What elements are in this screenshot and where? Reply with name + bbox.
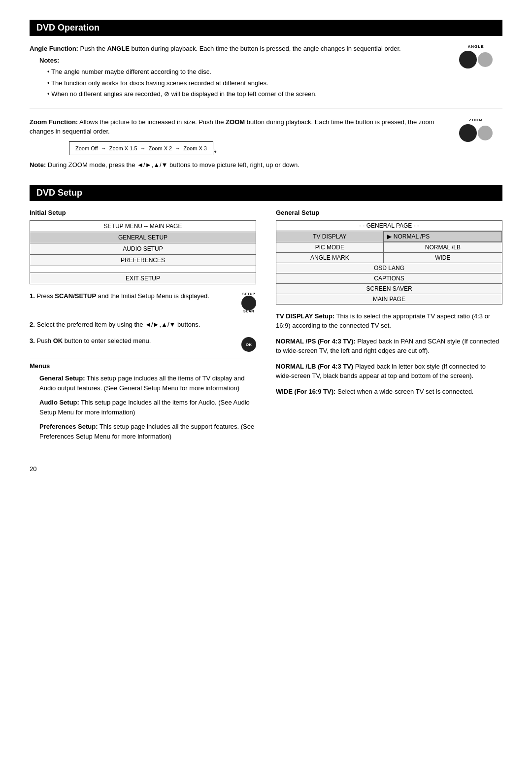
bullet-item: The function only works for discs having… [47, 78, 443, 88]
tv-display-value: ▶ NORMAL /PS [384, 231, 502, 242]
bullet-item: The angle number maybe different accordi… [47, 67, 443, 77]
dvd-operation-header: DVD Operation [30, 20, 502, 36]
zoom-diagram: Zoom Off → Zoom X 1.5 → Zoom X 2 → Zoom … [69, 141, 443, 156]
captions-cell: CAPTIONS [276, 273, 502, 283]
normal-lb-desc: NORMAL /LB (For 4:3 TV) Played back in l… [276, 362, 502, 381]
table-row: PREFERENCES [30, 254, 256, 266]
step-2-number: 2. [30, 321, 35, 328]
zoom-arrow-2: → [140, 144, 146, 153]
table-row: CAPTIONS [276, 273, 502, 283]
angle-icon-label: ANGLE [468, 44, 484, 50]
tv-display-cell: TV DISPLAY [276, 231, 384, 242]
step-1-bold: SCAN/SETUP [55, 292, 96, 300]
page-footer: 20 [30, 461, 502, 473]
bullet-item: When no different angles are recorded, ⊘… [47, 89, 443, 99]
dvd-setup-header: DVD Setup [30, 185, 502, 201]
angle-mark-value: WIDE [383, 252, 502, 263]
step-2-content: Select the preferred item by using the ◄… [36, 321, 200, 328]
zoom-arrow-1: → [101, 144, 106, 153]
angle-mark-cell: ANGLE MARK [276, 252, 384, 263]
table-row [30, 266, 256, 273]
pic-mode-cell: PIC MODE [276, 242, 384, 252]
menu-audio-setup: AUDIO SETUP [30, 243, 256, 254]
setup-columns: Initial Setup SETUP MENU -- MAIN PAGE GE… [30, 209, 502, 446]
initial-setup-label: Initial Setup [30, 209, 256, 216]
zoom-button-icon: ZOOM [459, 117, 493, 142]
menu-header: SETUP MENU -- MAIN PAGE [30, 220, 256, 232]
angle-bullets: The angle number maybe different accordi… [30, 67, 443, 99]
table-row: AUDIO SETUP [30, 243, 256, 254]
zoom-dark-btn [459, 124, 477, 142]
step-3-number: 3. [30, 337, 35, 344]
angle-function-text: Angle Function: Push the ANGLE button du… [30, 44, 443, 54]
angle-button-icon: ANGLE [459, 44, 493, 68]
zoom-function-text: Zoom Function: Allows the picture to be … [30, 117, 443, 136]
tv-display-desc: TV DISPLAY Setup: This is to select the … [276, 311, 502, 331]
menus-content: General Setup: This setup page includes … [30, 374, 256, 441]
zoom-function-block: Zoom Function: Allows the picture to be … [30, 117, 502, 170]
dvd-setup-section: DVD Setup Initial Setup SETUP MENU -- MA… [30, 185, 502, 446]
initial-setup-column: Initial Setup SETUP MENU -- MAIN PAGE GE… [30, 209, 256, 446]
numbered-steps: 1. Press SCAN/SETUP and the Initial Setu… [30, 291, 256, 352]
general-setup-desc: General Setup: This setup page includes … [30, 374, 256, 393]
ok-dark-btn: OK [241, 337, 256, 352]
table-row: PIC MODE NORMAL /LB [276, 242, 502, 252]
normal-ps-desc: NORMAL /PS (For 4:3 TV): Played back in … [276, 337, 502, 356]
angle-gray-btn [478, 52, 493, 67]
screen-saver-cell: SCREEN SAVER [276, 283, 502, 294]
general-header: - - GENERAL PAGE - - [276, 220, 502, 231]
menu-exit-setup: EXIT SETUP [30, 273, 256, 284]
zoom-arrow-3: → [175, 144, 180, 153]
table-row: EXIT SETUP [30, 273, 256, 284]
dvd-operation-title: DVD Operation [36, 23, 100, 33]
scan-dark-btn [241, 296, 256, 310]
dvd-setup-title: DVD Setup [36, 188, 82, 198]
zoom-note: Note: During ZOOM mode, press the ◄/►,▲/… [30, 160, 443, 170]
menu-general-setup: GENERAL SETUP [30, 232, 256, 243]
step-3-bold: OK [53, 337, 63, 344]
step-3-text: 3. Push OK button to enter selected menu… [30, 336, 237, 346]
divider-1 [30, 108, 502, 108]
step-2: 2. Select the preferred item by using th… [30, 320, 256, 330]
table-row: TV DISPLAY ▶ NORMAL /PS [276, 231, 502, 242]
general-setup-label: General Setup [276, 209, 502, 216]
table-row: SETUP MENU -- MAIN PAGE [30, 220, 256, 232]
page-number: 20 [30, 465, 36, 473]
zoom-step-3: Zoom X 2 [149, 144, 172, 153]
ok-icon-text: OK [246, 342, 252, 347]
general-setup-column: General Setup - - GENERAL PAGE - - TV DI… [276, 209, 502, 446]
zoom-gray-btn [478, 126, 493, 140]
setup-label: SETUP [242, 292, 255, 296]
step-1: 1. Press SCAN/SETUP and the Initial Setu… [30, 291, 256, 313]
table-row: OSD LANG [276, 263, 502, 273]
zoom-icon-label: ZOOM [469, 117, 483, 123]
table-row: GENERAL SETUP [30, 232, 256, 243]
table-row: ANGLE MARK WIDE [276, 252, 502, 263]
zoom-label: Zoom Function: [30, 118, 78, 126]
osd-lang-cell: OSD LANG [276, 263, 502, 273]
right-descriptions: TV DISPLAY Setup: This is to select the … [276, 311, 502, 397]
pic-mode-value: NORMAL /LB [383, 242, 502, 252]
step-1-number: 1. [30, 292, 35, 300]
zoom-step-4: Zoom X 3 [183, 144, 207, 153]
zoom-step-2: Zoom X 1.5 [109, 144, 137, 153]
general-setup-table: - - GENERAL PAGE - - TV DISPLAY ▶ NORMAL… [276, 220, 502, 305]
table-row: MAIN PAGE [276, 294, 502, 304]
step-2-text: 2. Select the preferred item by using th… [30, 320, 256, 330]
step-3: 3. Push OK button to enter selected menu… [30, 336, 256, 352]
menus-label: Menus [30, 359, 256, 370]
table-row: SCREEN SAVER [276, 283, 502, 294]
preferences-setup-desc: Preferences Setup: This setup page inclu… [30, 422, 256, 441]
notes-label: Notes: [39, 57, 59, 64]
zoom-step-1: Zoom Off [75, 144, 98, 153]
scan-label: SCAN [243, 309, 254, 313]
initial-setup-table: SETUP MENU -- MAIN PAGE GENERAL SETUP AU… [30, 220, 256, 284]
ok-button-icon: OK [241, 337, 256, 352]
wide-desc: WIDE (For 16:9 TV): Select when a wide-s… [276, 387, 502, 397]
step-1-text: 1. Press SCAN/SETUP and the Initial Setu… [30, 291, 237, 301]
main-page-cell: MAIN PAGE [276, 294, 502, 304]
scan-button-icon: SETUP SCAN [241, 292, 256, 313]
menu-preferences: PREFERENCES [30, 254, 256, 266]
audio-setup-desc: Audio Setup: This setup page includes al… [30, 398, 256, 417]
angle-dark-btn [459, 51, 477, 68]
